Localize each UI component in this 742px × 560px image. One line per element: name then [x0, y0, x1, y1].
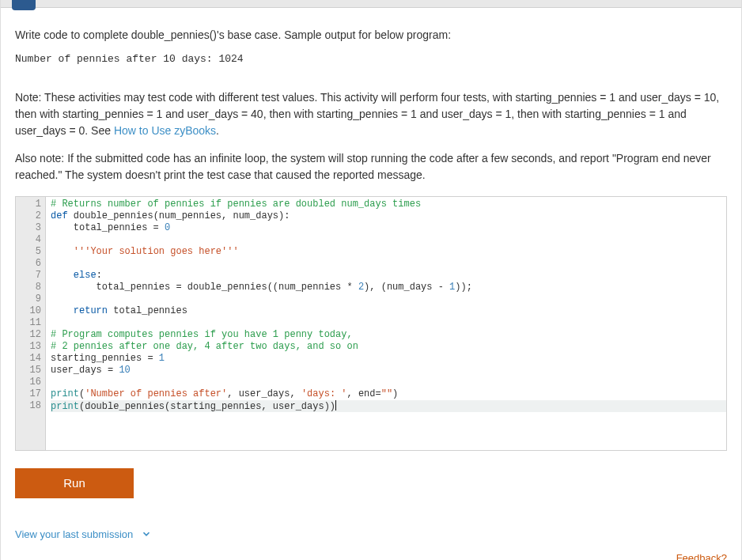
link-how-to-use-zybooks[interactable]: How to Use zyBooks — [114, 124, 216, 137]
chevron-down-icon — [141, 528, 152, 539]
line-number: 3 — [16, 222, 41, 234]
line-number: 12 — [16, 329, 41, 341]
line-number: 10 — [16, 305, 41, 317]
line-gutter: 123456789101112131415161718 — [16, 197, 46, 450]
line-number: 9 — [16, 293, 41, 305]
content-area: Write code to complete double_pennies()'… — [1, 8, 741, 560]
line-number: 2 — [16, 210, 41, 222]
line-number: 4 — [16, 234, 41, 246]
note-infinite-loop: Also note: If the submitted code has an … — [15, 150, 727, 184]
code-line: # 2 pennies after one day, 4 after two d… — [51, 341, 726, 353]
note1-suffix: . — [216, 124, 219, 137]
run-button[interactable]: Run — [15, 468, 134, 498]
code-line — [51, 376, 726, 388]
code-line: user_days = 10 — [51, 365, 726, 376]
line-number: 13 — [16, 341, 41, 353]
line-number: 7 — [16, 270, 41, 282]
line-number: 16 — [16, 376, 41, 388]
code-line — [51, 317, 726, 329]
activity-panel: Write code to complete double_pennies()'… — [0, 0, 742, 560]
code-line: # Returns number of pennies if pennies a… — [51, 199, 726, 210]
code-editor[interactable]: 123456789101112131415161718 # Returns nu… — [15, 196, 727, 451]
code-line: print(double_pennies(starting_pennies, u… — [51, 400, 726, 412]
line-number: 8 — [16, 282, 41, 293]
line-number: 6 — [16, 258, 41, 270]
code-line: total_pennies = 0 — [51, 222, 726, 234]
line-number: 1 — [16, 199, 41, 210]
code-line: print('Number of pennies after', user_da… — [51, 388, 726, 400]
code-editor-body: 123456789101112131415161718 # Returns nu… — [16, 197, 726, 450]
view-last-submission[interactable]: View your last submission — [15, 527, 727, 543]
top-bar — [1, 0, 741, 8]
activity-badge-icon — [12, 0, 36, 10]
code-line: return total_pennies — [51, 305, 726, 317]
prompt-text: Write code to complete double_pennies()'… — [15, 27, 727, 44]
line-number: 11 — [16, 317, 41, 329]
note-tests: Note: These activities may test code wit… — [15, 89, 727, 139]
code-line: '''Your solution goes here''' — [51, 246, 726, 258]
line-number: 5 — [16, 246, 41, 258]
line-number: 18 — [16, 400, 41, 412]
code-line: # Program computes pennies if you have 1… — [51, 329, 726, 341]
code-line — [51, 293, 726, 305]
view-last-submission-label: View your last submission — [15, 527, 133, 543]
feedback-link[interactable]: Feedback? — [676, 551, 727, 561]
cursor-icon — [335, 400, 336, 411]
code-line: starting_pennies = 1 — [51, 353, 726, 365]
line-number: 14 — [16, 353, 41, 365]
sample-output: Number of pennies after 10 days: 1024 — [15, 51, 727, 67]
code-area[interactable]: # Returns number of pennies if pennies a… — [46, 197, 726, 450]
line-number: 15 — [16, 365, 41, 376]
code-line — [51, 234, 726, 246]
code-line: total_pennies = double_pennies((num_penn… — [51, 282, 726, 293]
code-line: def double_pennies(num_pennies, num_days… — [51, 210, 726, 222]
code-line — [51, 258, 726, 270]
line-number: 17 — [16, 388, 41, 400]
code-line: else: — [51, 270, 726, 282]
